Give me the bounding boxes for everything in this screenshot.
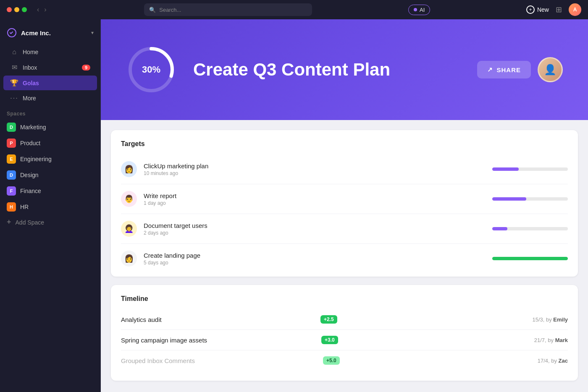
back-arrow[interactable]: ‹ bbox=[35, 5, 41, 14]
progress-bar-fill-4 bbox=[492, 257, 568, 260]
ai-dot bbox=[414, 8, 417, 11]
forward-arrow[interactable]: › bbox=[42, 5, 48, 14]
timeline-date-3: 17/4, by Zac bbox=[538, 358, 568, 364]
timeline-name-2: Spring campaign image assets bbox=[121, 337, 317, 344]
user-avatar-top[interactable]: A bbox=[569, 3, 581, 16]
user-avatar-hero[interactable]: 👤 bbox=[538, 57, 563, 82]
timeline-tag-3: +5.0 bbox=[323, 356, 340, 365]
nav-item-goals[interactable]: 🏆 Golas bbox=[3, 76, 97, 90]
space-item-finance[interactable]: F Finance bbox=[0, 183, 100, 199]
spaces-header: Spaces bbox=[0, 106, 100, 119]
nav-item-more[interactable]: ··· More bbox=[3, 91, 97, 105]
sidebar: Acme Inc. ▾ ⌂ Home ✉ Inbox 9 🏆 Golas ···… bbox=[0, 19, 101, 392]
nav-item-inbox[interactable]: ✉ Inbox 9 bbox=[3, 60, 97, 75]
progress-bar-fill-3 bbox=[492, 227, 507, 230]
search-placeholder: Search... bbox=[159, 7, 181, 13]
share-icon: ↗ bbox=[487, 66, 493, 73]
add-space-label: Add Space bbox=[16, 219, 45, 226]
hero-actions: ↗ SHARE 👤 bbox=[477, 57, 563, 82]
target-time-1: 10 minutes ago bbox=[144, 170, 486, 176]
target-item-1[interactable]: 👩 ClickUp marketing plan 10 minutes ago bbox=[121, 154, 568, 184]
traffic-light-yellow[interactable] bbox=[14, 7, 19, 12]
target-avatar-3: 👩‍🦱 bbox=[121, 221, 137, 237]
content-area: 30% Create Q3 Content Plan ↗ SHARE 👤 Tar… bbox=[101, 19, 588, 392]
add-space-button[interactable]: + Add Space bbox=[0, 215, 100, 230]
progress-bar-fill-2 bbox=[492, 197, 526, 201]
target-name-3: Document target users bbox=[144, 222, 486, 229]
target-name-1: ClickUp marketing plan bbox=[144, 162, 486, 170]
timeline-name-3: Grouped Inbox Comments bbox=[121, 357, 319, 364]
target-time-3: 2 days ago bbox=[144, 230, 486, 236]
nav-label-more: More bbox=[23, 95, 36, 102]
targets-card: Targets 👩 ClickUp marketing plan 10 minu… bbox=[111, 130, 578, 277]
space-badge-finance: F bbox=[7, 186, 16, 196]
workspace-name: Acme Inc. bbox=[21, 29, 87, 37]
space-item-marketing[interactable]: D Marketing bbox=[0, 120, 100, 135]
space-item-hr[interactable]: H HR bbox=[0, 199, 100, 214]
new-button-label: New bbox=[537, 6, 549, 13]
share-label: SHARE bbox=[496, 66, 521, 73]
timeline-tag-1: +2.5 bbox=[320, 315, 337, 324]
target-name-2: Write report bbox=[144, 192, 486, 199]
timeline-item-1[interactable]: Analytics audit +2.5 15/3, by Emily bbox=[121, 309, 568, 330]
workspace-icon bbox=[7, 28, 17, 38]
space-item-product[interactable]: P Product bbox=[0, 136, 100, 151]
nav-arrows: ‹ › bbox=[35, 5, 48, 14]
grid-icon[interactable]: ⊞ bbox=[556, 5, 562, 14]
space-label-engineering: Engineering bbox=[20, 156, 52, 162]
inbox-icon: ✉ bbox=[10, 63, 18, 71]
nav-label-home: Home bbox=[23, 49, 38, 55]
timeline-date-2: 21/7, by Mark bbox=[534, 337, 568, 343]
space-badge-engineering: E bbox=[7, 154, 16, 164]
more-icon: ··· bbox=[10, 94, 18, 102]
targets-section-title: Targets bbox=[121, 140, 568, 148]
traffic-light-green[interactable] bbox=[22, 7, 27, 12]
target-time-4: 5 days ago bbox=[144, 260, 486, 266]
space-label-product: Product bbox=[20, 140, 40, 146]
target-avatar-1: 👩 bbox=[121, 161, 137, 177]
new-button[interactable]: + New bbox=[526, 5, 549, 14]
ai-button[interactable]: AI bbox=[408, 5, 430, 15]
progress-bar-wrap-1 bbox=[492, 167, 568, 171]
timeline-date-1: 15/3, by Emily bbox=[532, 316, 568, 323]
topbar-right: + New ⊞ A bbox=[526, 3, 581, 16]
target-item-2[interactable]: 👨 Write report 1 day ago bbox=[121, 184, 568, 214]
space-label-finance: Finance bbox=[20, 188, 41, 194]
space-badge-hr: H bbox=[7, 202, 16, 212]
space-badge-product: P bbox=[7, 139, 16, 148]
traffic-light-red[interactable] bbox=[7, 7, 12, 12]
timeline-name-1: Analytics audit bbox=[121, 316, 316, 323]
target-item-3[interactable]: 👩‍🦱 Document target users 2 days ago bbox=[121, 214, 568, 244]
timeline-item-2[interactable]: Spring campaign image assets +3.0 21/7, … bbox=[121, 330, 568, 350]
progress-bar-fill-1 bbox=[492, 167, 519, 171]
inbox-badge: 9 bbox=[82, 65, 90, 71]
space-item-design[interactable]: D Design bbox=[0, 167, 100, 183]
share-button[interactable]: ↗ SHARE bbox=[477, 61, 531, 78]
nav-item-home[interactable]: ⌂ Home bbox=[3, 45, 97, 59]
search-bar[interactable]: 🔍 Search... bbox=[144, 3, 312, 16]
topbar: ‹ › 🔍 Search... AI + New ⊞ A bbox=[0, 0, 588, 19]
progress-bar-wrap-2 bbox=[492, 197, 568, 201]
ai-label: AI bbox=[420, 7, 425, 13]
space-badge-marketing: D bbox=[7, 123, 16, 132]
target-item-4[interactable]: 👩 Create landing page 5 days ago bbox=[121, 244, 568, 267]
space-label-design: Design bbox=[20, 172, 39, 178]
space-item-engineering[interactable]: E Engineering bbox=[0, 152, 100, 167]
progress-bar-wrap-4 bbox=[492, 257, 568, 260]
target-avatar-4: 👩 bbox=[121, 251, 137, 267]
space-badge-design: D bbox=[7, 170, 16, 180]
progress-percent-label: 30% bbox=[142, 64, 160, 75]
hero-title: Create Q3 Content Plan bbox=[193, 60, 460, 80]
timeline-card: Timeline Analytics audit +2.5 15/3, by E… bbox=[111, 285, 578, 381]
home-icon: ⌂ bbox=[10, 48, 18, 56]
target-info-1: ClickUp marketing plan 10 minutes ago bbox=[144, 162, 486, 176]
target-info-4: Create landing page 5 days ago bbox=[144, 252, 486, 266]
hero-banner: 30% Create Q3 Content Plan ↗ SHARE 👤 bbox=[101, 19, 588, 120]
cards-area: Targets 👩 ClickUp marketing plan 10 minu… bbox=[101, 120, 588, 391]
search-icon: 🔍 bbox=[149, 7, 156, 13]
target-avatar-2: 👨 bbox=[121, 191, 137, 207]
traffic-lights bbox=[7, 7, 27, 12]
timeline-item-3[interactable]: Grouped Inbox Comments +5.0 17/4, by Zac bbox=[121, 350, 568, 371]
progress-bar-wrap-3 bbox=[492, 227, 568, 230]
workspace-header[interactable]: Acme Inc. ▾ bbox=[0, 24, 100, 44]
